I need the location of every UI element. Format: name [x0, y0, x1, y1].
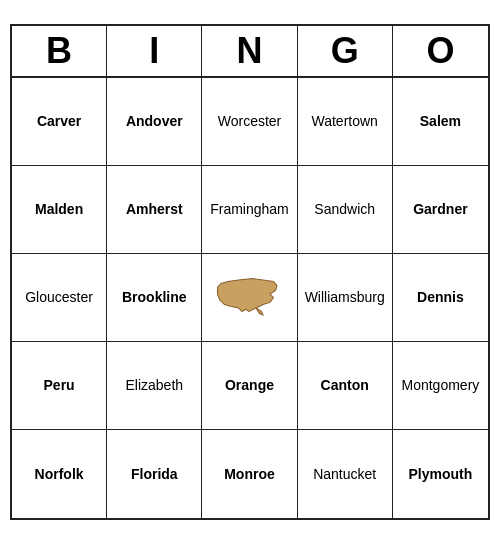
cell-r0-c4: Salem — [393, 78, 488, 166]
cell-r1-c2: Framingham — [202, 166, 297, 254]
header-letter-g: G — [298, 26, 393, 76]
cell-r3-c2: Orange — [202, 342, 297, 430]
header-letter-i: I — [107, 26, 202, 76]
header-letter-o: O — [393, 26, 488, 76]
cell-text: Elizabeth — [125, 377, 183, 394]
cell-r0-c0: Carver — [12, 78, 107, 166]
cell-r1-c3: Sandwich — [298, 166, 393, 254]
cell-text: Dennis — [417, 289, 464, 306]
cell-r4-c1: Florida — [107, 430, 202, 518]
cell-r2-c1: Brookline — [107, 254, 202, 342]
massachusetts-shape — [214, 270, 284, 325]
cell-r3-c4: Montgomery — [393, 342, 488, 430]
cell-text: Gloucester — [25, 289, 93, 306]
cell-r3-c0: Peru — [12, 342, 107, 430]
cell-text: Brookline — [122, 289, 187, 306]
cell-r4-c0: Norfolk — [12, 430, 107, 518]
cell-text: Monroe — [224, 466, 275, 483]
cell-text: Montgomery — [401, 377, 479, 394]
cell-text: Peru — [44, 377, 75, 394]
cell-text: Malden — [35, 201, 83, 218]
cell-text: Andover — [126, 113, 183, 130]
bingo-header: BINGO — [12, 26, 488, 78]
cell-r4-c3: Nantucket — [298, 430, 393, 518]
cell-r1-c0: Malden — [12, 166, 107, 254]
bingo-grid: CarverAndoverWorcesterWatertownSalemMald… — [12, 78, 488, 518]
header-letter-b: B — [12, 26, 107, 76]
cell-r3-c3: Canton — [298, 342, 393, 430]
cell-r2-c2 — [202, 254, 297, 342]
cell-r4-c4: Plymouth — [393, 430, 488, 518]
cell-text: Nantucket — [313, 466, 376, 483]
cell-text: Worcester — [218, 113, 282, 130]
cell-r3-c1: Elizabeth — [107, 342, 202, 430]
cell-r2-c0: Gloucester — [12, 254, 107, 342]
cell-r2-c3: Williamsburg — [298, 254, 393, 342]
cell-text: Florida — [131, 466, 178, 483]
cell-r1-c1: Amherst — [107, 166, 202, 254]
cell-text: Salem — [420, 113, 461, 130]
cell-r4-c2: Monroe — [202, 430, 297, 518]
cell-r0-c3: Watertown — [298, 78, 393, 166]
cell-r1-c4: Gardner — [393, 166, 488, 254]
header-letter-n: N — [202, 26, 297, 76]
cell-text: Carver — [37, 113, 81, 130]
cell-r0-c2: Worcester — [202, 78, 297, 166]
cell-text: Norfolk — [35, 466, 84, 483]
cell-text: Framingham — [210, 201, 289, 218]
cell-text: Canton — [321, 377, 369, 394]
cell-text: Gardner — [413, 201, 467, 218]
cell-r0-c1: Andover — [107, 78, 202, 166]
cell-text: Sandwich — [314, 201, 375, 218]
cell-text: Orange — [225, 377, 274, 394]
bingo-card: BINGO CarverAndoverWorcesterWatertownSal… — [10, 24, 490, 520]
cell-r2-c4: Dennis — [393, 254, 488, 342]
cell-text: Williamsburg — [305, 289, 385, 306]
cell-text: Plymouth — [409, 466, 473, 483]
cell-text: Amherst — [126, 201, 183, 218]
cell-text: Watertown — [312, 113, 378, 130]
